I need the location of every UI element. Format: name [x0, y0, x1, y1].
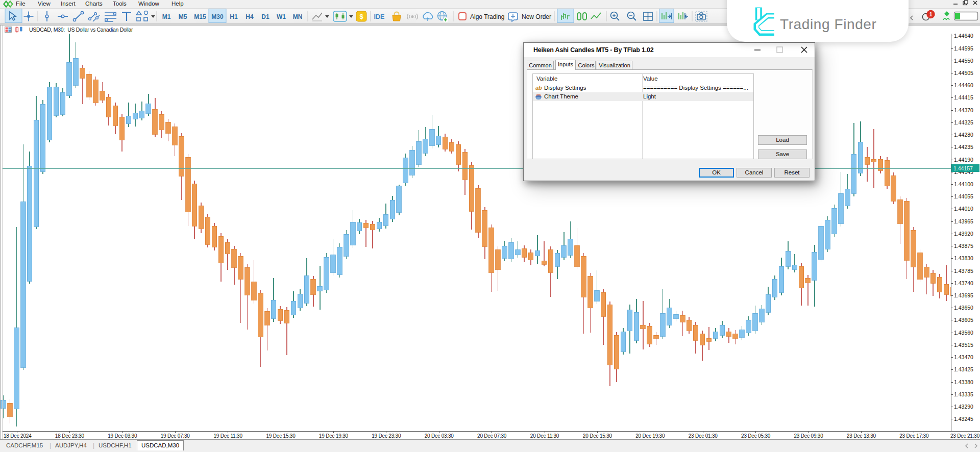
svg-text:1.44505: 1.44505 [954, 70, 973, 76]
svg-text:1.43470: 1.43470 [954, 354, 973, 360]
svg-text:20 Dec 11:30: 20 Dec 11:30 [530, 433, 559, 439]
svg-text:H1: H1 [230, 13, 238, 20]
svg-text:1.43740: 1.43740 [954, 280, 973, 286]
svg-text:19 Dec 15:30: 19 Dec 15:30 [266, 433, 296, 439]
svg-text:18 Dec 23:30: 18 Dec 23:30 [55, 433, 85, 439]
svg-text:1.43875: 1.43875 [954, 243, 973, 249]
svg-text:1.44235: 1.44235 [954, 144, 973, 150]
svg-text:20 Dec 03:30: 20 Dec 03:30 [425, 433, 454, 439]
svg-text:19 Dec 03:30: 19 Dec 03:30 [108, 433, 137, 439]
svg-text:1.43425: 1.43425 [954, 366, 973, 372]
svg-text:1.44055: 1.44055 [954, 193, 973, 199]
svg-text:M5: M5 [179, 13, 187, 20]
svg-text:1.44190: 1.44190 [954, 157, 973, 163]
svg-text:1.43515: 1.43515 [954, 342, 973, 348]
svg-text:IDE: IDE [374, 13, 385, 20]
svg-text:1.44415: 1.44415 [954, 94, 973, 101]
svg-text:19 Dec 19:30: 19 Dec 19:30 [319, 433, 349, 439]
svg-text:1.43920: 1.43920 [954, 231, 973, 237]
svg-text:23 Dec 09:30: 23 Dec 09:30 [794, 433, 823, 439]
svg-text:1.44550: 1.44550 [954, 58, 973, 64]
svg-text:D1: D1 [261, 13, 270, 20]
svg-text:H4: H4 [246, 13, 254, 20]
svg-text:1.43605: 1.43605 [954, 317, 973, 323]
svg-text:1.43830: 1.43830 [954, 255, 973, 261]
svg-text:1.44157: 1.44157 [953, 165, 973, 171]
svg-text:1.44370: 1.44370 [954, 107, 973, 113]
svg-text:1.44640: 1.44640 [954, 33, 973, 39]
svg-text:1.43335: 1.43335 [954, 391, 973, 397]
svg-text:M30: M30 [211, 13, 224, 20]
svg-text:1: 1 [929, 11, 932, 17]
svg-text:1.44325: 1.44325 [954, 119, 973, 125]
svg-text:23 Dec 01:30: 23 Dec 01:30 [689, 433, 718, 439]
svg-text:23 Dec 21:30: 23 Dec 21:30 [950, 433, 980, 439]
svg-text:$: $ [359, 13, 363, 20]
svg-text:1.44280: 1.44280 [954, 132, 973, 138]
svg-text:20 Dec 07:30: 20 Dec 07:30 [477, 433, 507, 439]
svg-text:19 Dec 23:30: 19 Dec 23:30 [372, 433, 401, 439]
svg-text:18 Dec 2024: 18 Dec 2024 [4, 433, 32, 439]
svg-text:W1: W1 [277, 13, 286, 20]
svg-text:23 Dec 17:30: 23 Dec 17:30 [899, 433, 929, 439]
svg-text:MN: MN [293, 13, 303, 20]
svg-text:20 Dec 15:30: 20 Dec 15:30 [583, 433, 612, 439]
svg-text:19 Dec 07:30: 19 Dec 07:30 [161, 433, 190, 439]
svg-text:M15: M15 [194, 13, 206, 20]
svg-text:1.43965: 1.43965 [954, 218, 973, 224]
svg-text:20 Dec 19:30: 20 Dec 19:30 [635, 433, 665, 439]
svg-text:1.43380: 1.43380 [954, 379, 973, 385]
svg-text:1.43290: 1.43290 [954, 404, 973, 410]
svg-text:1.43560: 1.43560 [954, 330, 973, 336]
svg-text:23 Dec 05:30: 23 Dec 05:30 [741, 433, 771, 439]
svg-text:Algo Trading: Algo Trading [470, 13, 504, 20]
svg-text:1.44460: 1.44460 [954, 82, 973, 88]
svg-text:23 Dec 13:30: 23 Dec 13:30 [847, 433, 876, 439]
svg-text:New Order: New Order [522, 13, 551, 20]
svg-text:1.44100: 1.44100 [954, 181, 973, 187]
svg-text:1.43650: 1.43650 [954, 305, 973, 311]
svg-text:1.44595: 1.44595 [954, 45, 973, 52]
svg-text:1.44010: 1.44010 [954, 206, 973, 212]
svg-text:M1: M1 [162, 13, 171, 20]
svg-text:1.43785: 1.43785 [954, 268, 973, 274]
svg-text:1.43245: 1.43245 [954, 416, 973, 422]
svg-text:1.43695: 1.43695 [954, 292, 973, 298]
svg-text:19 Dec 11:30: 19 Dec 11:30 [213, 433, 242, 439]
